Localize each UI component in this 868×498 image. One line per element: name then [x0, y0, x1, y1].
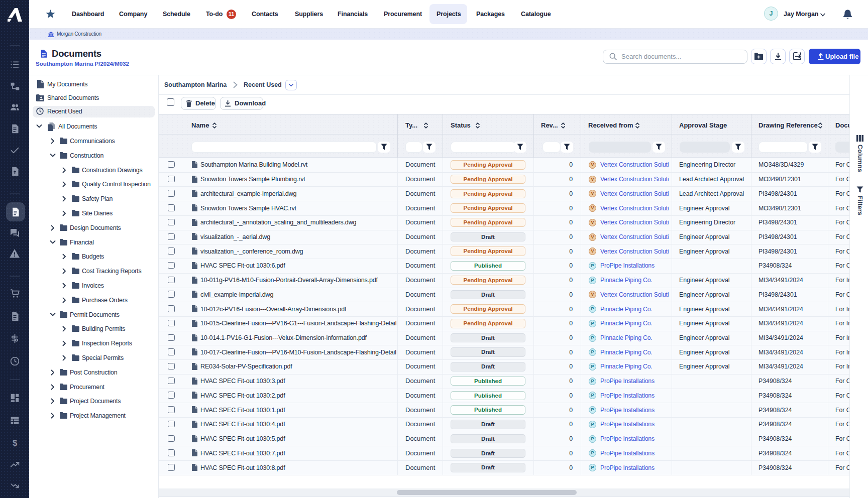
svg-text:$: $: [12, 438, 17, 447]
